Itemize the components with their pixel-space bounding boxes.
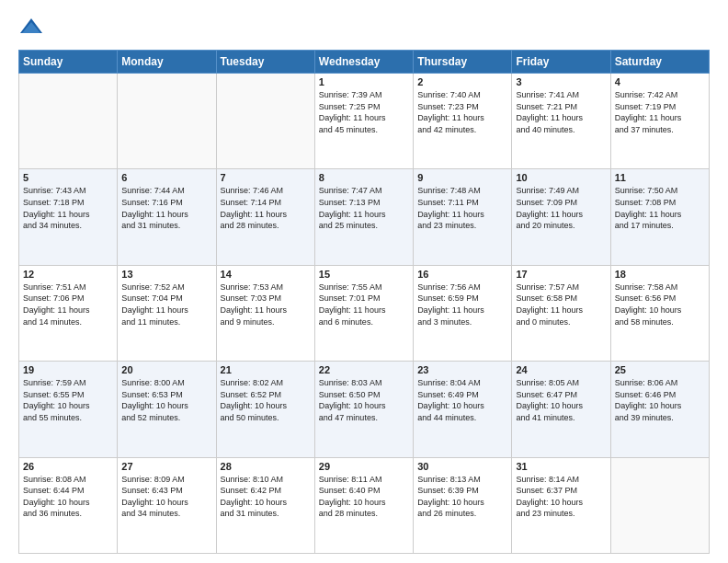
day-info: Sunrise: 8:00 AM Sunset: 6:53 PM Dayligh… xyxy=(121,377,211,423)
day-info: Sunrise: 7:49 AM Sunset: 7:09 PM Dayligh… xyxy=(516,185,606,231)
calendar-day: 2Sunrise: 7:40 AM Sunset: 7:23 PM Daylig… xyxy=(414,74,512,169)
day-info: Sunrise: 7:41 AM Sunset: 7:21 PM Dayligh… xyxy=(516,89,606,135)
day-info: Sunrise: 8:08 AM Sunset: 6:44 PM Dayligh… xyxy=(23,474,113,520)
day-info: Sunrise: 7:58 AM Sunset: 6:56 PM Dayligh… xyxy=(615,282,705,327)
calendar-day xyxy=(610,457,709,553)
day-number: 20 xyxy=(121,364,211,375)
day-number: 21 xyxy=(221,364,311,375)
day-number: 11 xyxy=(615,172,705,183)
calendar-day: 24Sunrise: 8:05 AM Sunset: 6:47 PM Dayli… xyxy=(512,362,610,457)
calendar-day: 20Sunrise: 8:00 AM Sunset: 6:53 PM Dayli… xyxy=(118,362,216,457)
calendar-day: 18Sunrise: 7:58 AM Sunset: 6:56 PM Dayli… xyxy=(610,265,709,361)
logo-icon xyxy=(18,15,44,40)
col-header-thursday: Thursday xyxy=(414,51,512,74)
day-number: 5 xyxy=(23,172,113,183)
col-header-friday: Friday xyxy=(512,51,610,74)
col-header-monday: Monday xyxy=(118,51,216,74)
day-info: Sunrise: 7:59 AM Sunset: 6:55 PM Dayligh… xyxy=(23,377,113,423)
day-info: Sunrise: 7:57 AM Sunset: 6:58 PM Dayligh… xyxy=(516,282,606,327)
calendar-week-4: 19Sunrise: 7:59 AM Sunset: 6:55 PM Dayli… xyxy=(19,362,710,457)
day-info: Sunrise: 8:13 AM Sunset: 6:39 PM Dayligh… xyxy=(417,474,507,520)
calendar-week-2: 5Sunrise: 7:43 AM Sunset: 7:18 PM Daylig… xyxy=(19,169,710,265)
day-info: Sunrise: 7:44 AM Sunset: 7:16 PM Dayligh… xyxy=(121,185,211,231)
page: SundayMondayTuesdayWednesdayThursdayFrid… xyxy=(0,0,728,563)
day-number: 25 xyxy=(615,364,705,375)
calendar-day: 12Sunrise: 7:51 AM Sunset: 7:06 PM Dayli… xyxy=(19,265,118,361)
day-info: Sunrise: 7:52 AM Sunset: 7:04 PM Dayligh… xyxy=(121,282,211,327)
day-info: Sunrise: 7:46 AM Sunset: 7:14 PM Dayligh… xyxy=(221,185,311,231)
calendar-day: 30Sunrise: 8:13 AM Sunset: 6:39 PM Dayli… xyxy=(414,457,512,553)
calendar-table: SundayMondayTuesdayWednesdayThursdayFrid… xyxy=(18,50,710,554)
calendar-day: 4Sunrise: 7:42 AM Sunset: 7:19 PM Daylig… xyxy=(610,74,709,169)
calendar-day: 14Sunrise: 7:53 AM Sunset: 7:03 PM Dayli… xyxy=(216,265,314,361)
day-info: Sunrise: 8:04 AM Sunset: 6:49 PM Dayligh… xyxy=(417,377,507,423)
calendar-day: 5Sunrise: 7:43 AM Sunset: 7:18 PM Daylig… xyxy=(19,169,118,265)
day-number: 8 xyxy=(319,172,409,183)
day-number: 14 xyxy=(221,269,311,280)
day-number: 24 xyxy=(516,364,606,375)
day-info: Sunrise: 7:43 AM Sunset: 7:18 PM Dayligh… xyxy=(23,185,113,231)
day-info: Sunrise: 8:11 AM Sunset: 6:40 PM Dayligh… xyxy=(319,474,409,520)
day-number: 17 xyxy=(516,269,606,280)
calendar-day: 23Sunrise: 8:04 AM Sunset: 6:49 PM Dayli… xyxy=(414,362,512,457)
calendar-week-1: 1Sunrise: 7:39 AM Sunset: 7:25 PM Daylig… xyxy=(19,74,710,169)
day-info: Sunrise: 8:05 AM Sunset: 6:47 PM Dayligh… xyxy=(516,377,606,423)
day-info: Sunrise: 7:55 AM Sunset: 7:01 PM Dayligh… xyxy=(319,282,409,327)
day-number: 4 xyxy=(615,76,705,87)
day-number: 23 xyxy=(417,364,507,375)
day-info: Sunrise: 7:48 AM Sunset: 7:11 PM Dayligh… xyxy=(417,185,507,231)
calendar-day: 10Sunrise: 7:49 AM Sunset: 7:09 PM Dayli… xyxy=(512,169,610,265)
day-info: Sunrise: 8:06 AM Sunset: 6:46 PM Dayligh… xyxy=(615,377,705,423)
col-header-sunday: Sunday xyxy=(19,51,118,74)
day-number: 6 xyxy=(121,172,211,183)
calendar-day: 13Sunrise: 7:52 AM Sunset: 7:04 PM Dayli… xyxy=(118,265,216,361)
day-info: Sunrise: 7:53 AM Sunset: 7:03 PM Dayligh… xyxy=(221,282,311,327)
day-number: 3 xyxy=(516,76,606,87)
day-info: Sunrise: 8:14 AM Sunset: 6:37 PM Dayligh… xyxy=(516,474,606,520)
calendar-day: 16Sunrise: 7:56 AM Sunset: 6:59 PM Dayli… xyxy=(414,265,512,361)
calendar-day xyxy=(118,74,216,169)
day-info: Sunrise: 7:40 AM Sunset: 7:23 PM Dayligh… xyxy=(417,89,507,135)
calendar-day: 25Sunrise: 8:06 AM Sunset: 6:46 PM Dayli… xyxy=(610,362,709,457)
calendar-day: 8Sunrise: 7:47 AM Sunset: 7:13 PM Daylig… xyxy=(314,169,413,265)
day-info: Sunrise: 8:02 AM Sunset: 6:52 PM Dayligh… xyxy=(221,377,311,423)
day-info: Sunrise: 8:03 AM Sunset: 6:50 PM Dayligh… xyxy=(319,377,409,423)
day-number: 28 xyxy=(221,461,311,472)
day-number: 19 xyxy=(23,364,113,375)
calendar-day: 22Sunrise: 8:03 AM Sunset: 6:50 PM Dayli… xyxy=(314,362,413,457)
col-header-tuesday: Tuesday xyxy=(216,51,314,74)
calendar-day: 19Sunrise: 7:59 AM Sunset: 6:55 PM Dayli… xyxy=(19,362,118,457)
calendar-day: 6Sunrise: 7:44 AM Sunset: 7:16 PM Daylig… xyxy=(118,169,216,265)
day-info: Sunrise: 7:39 AM Sunset: 7:25 PM Dayligh… xyxy=(319,89,409,135)
day-number: 31 xyxy=(516,461,606,472)
day-number: 10 xyxy=(516,172,606,183)
day-info: Sunrise: 8:10 AM Sunset: 6:42 PM Dayligh… xyxy=(221,474,311,520)
calendar-day: 21Sunrise: 8:02 AM Sunset: 6:52 PM Dayli… xyxy=(216,362,314,457)
calendar-week-3: 12Sunrise: 7:51 AM Sunset: 7:06 PM Dayli… xyxy=(19,265,710,361)
calendar-day: 17Sunrise: 7:57 AM Sunset: 6:58 PM Dayli… xyxy=(512,265,610,361)
day-number: 1 xyxy=(319,76,409,87)
day-number: 9 xyxy=(417,172,507,183)
calendar-day: 7Sunrise: 7:46 AM Sunset: 7:14 PM Daylig… xyxy=(216,169,314,265)
calendar-day: 31Sunrise: 8:14 AM Sunset: 6:37 PM Dayli… xyxy=(512,457,610,553)
col-header-wednesday: Wednesday xyxy=(314,51,413,74)
calendar-day: 1Sunrise: 7:39 AM Sunset: 7:25 PM Daylig… xyxy=(314,74,413,169)
calendar-day: 27Sunrise: 8:09 AM Sunset: 6:43 PM Dayli… xyxy=(118,457,216,553)
calendar-day: 3Sunrise: 7:41 AM Sunset: 7:21 PM Daylig… xyxy=(512,74,610,169)
day-number: 13 xyxy=(121,269,211,280)
day-info: Sunrise: 7:47 AM Sunset: 7:13 PM Dayligh… xyxy=(319,185,409,231)
day-info: Sunrise: 7:51 AM Sunset: 7:06 PM Dayligh… xyxy=(23,282,113,327)
calendar-day: 9Sunrise: 7:48 AM Sunset: 7:11 PM Daylig… xyxy=(414,169,512,265)
day-number: 27 xyxy=(121,461,211,472)
day-number: 2 xyxy=(417,76,507,87)
calendar-header-row: SundayMondayTuesdayWednesdayThursdayFrid… xyxy=(19,51,710,74)
calendar-day: 29Sunrise: 8:11 AM Sunset: 6:40 PM Dayli… xyxy=(314,457,413,553)
day-info: Sunrise: 7:42 AM Sunset: 7:19 PM Dayligh… xyxy=(615,89,705,135)
calendar-day: 15Sunrise: 7:55 AM Sunset: 7:01 PM Dayli… xyxy=(314,265,413,361)
day-number: 12 xyxy=(23,269,113,280)
header xyxy=(18,15,710,40)
day-number: 29 xyxy=(319,461,409,472)
day-number: 22 xyxy=(319,364,409,375)
calendar-day: 28Sunrise: 8:10 AM Sunset: 6:42 PM Dayli… xyxy=(216,457,314,553)
calendar-day xyxy=(216,74,314,169)
